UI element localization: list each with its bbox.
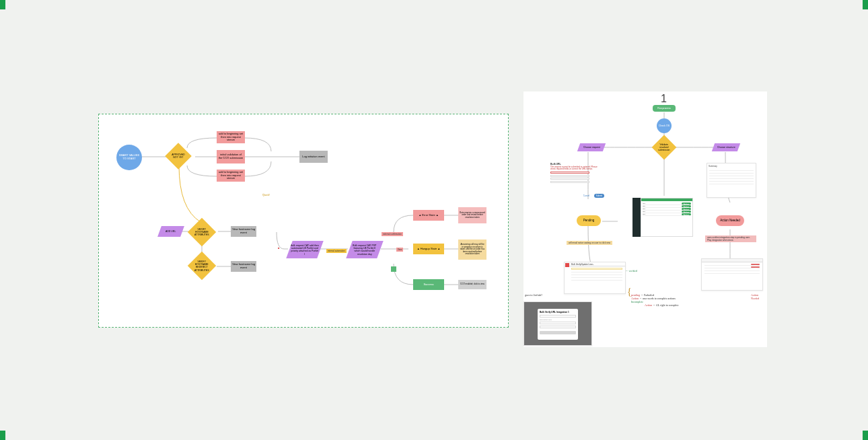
- hand-inc-label: Incomplete: [631, 300, 643, 303]
- start-node[interactable]: SMART VALUES TO START: [116, 145, 142, 170]
- form-screenshot-left: Bulk URL The request cannot be submitted…: [550, 163, 611, 202]
- pink-inline-note: user-confirm integration step is pending…: [705, 235, 756, 242]
- warn-icon: ■: [278, 246, 279, 250]
- hand-goes-to: goes to 2nd tab?: [525, 293, 542, 297]
- page-accent-tr: [863, 0, 868, 9]
- state-error[interactable]: ▲ Error State ▲: [413, 210, 444, 221]
- table-screenshot-lowerleft: Bulk Verify/Update Lines ← verified: [564, 262, 626, 294]
- state-action-needed[interactable]: Action Needed: [716, 215, 744, 226]
- small-green-box: [391, 266, 396, 272]
- form-field-3: [550, 178, 589, 180]
- table-screenshot-center: rowActive rowActive rowActive rowActive …: [641, 198, 693, 237]
- state-hangup[interactable]: ▲ Hangup State ▲: [413, 244, 444, 254]
- form-field-1: [550, 172, 589, 174]
- flowchart-right[interactable]: 1 Run process Check OS Choose request Va…: [523, 91, 767, 347]
- edge-label-quick: Quick!: [262, 193, 270, 196]
- note-hangup: Answering call may still be in progress …: [458, 240, 486, 260]
- io-choose-left[interactable]: Choose request: [577, 143, 606, 151]
- form-title: Bulk URL: [550, 163, 611, 166]
- check-os[interactable]: Check OS: [657, 118, 672, 133]
- io-sendcat-1[interactable]: Bulk request CAT add then automated LB P…: [286, 241, 323, 258]
- modal-screenshot: Bulk Verify URL Integration 1 Descriptio…: [523, 301, 592, 346]
- state-pending[interactable]: Pending: [577, 215, 601, 226]
- form-field-4: [550, 181, 589, 183]
- page-accent-bl: [0, 431, 5, 440]
- process-pink-1[interactable]: add to beginning set then into request s…: [217, 131, 245, 143]
- hand-action-def: → user needs to complete actions: [639, 297, 676, 300]
- form-cancel-link: Cancel: [583, 194, 589, 197]
- page-accent-tl: [0, 0, 5, 9]
- yellow-inline-note: will email notice waiting on user to cli…: [567, 241, 612, 245]
- start-label: SMART VALUES TO START: [118, 154, 141, 161]
- hand-action2-label: Action: [645, 303, 652, 307]
- form-field-2: [550, 175, 589, 177]
- small-label-view: View: [396, 248, 403, 252]
- decision-redirect[interactable]: VERIFY HOSTNAME REDIRECT ATTRIBUTES: [188, 252, 216, 280]
- small-label-int: internal automation: [326, 249, 347, 253]
- table-screenshot-lowerright: Action Action: [701, 258, 763, 291]
- process-pink-3[interactable]: add to beginning set then into request s…: [217, 170, 245, 182]
- decision-hostname[interactable]: VERIFY HOSTNAME ATTRIBUTES: [188, 218, 216, 246]
- decision-validate[interactable]: Validate resolved submission: [652, 135, 677, 160]
- process-grey-mid1[interactable]: View hostname log event: [231, 226, 256, 237]
- note-error: Data requires a reprocessed order and re…: [458, 207, 486, 223]
- run-process[interactable]: Run process: [653, 105, 676, 112]
- form-error-text: The request cannot be submitted as enter…: [550, 166, 598, 171]
- hand-bracket: {: [627, 287, 632, 297]
- process-grey-mid2[interactable]: View hostname log event: [231, 261, 256, 272]
- note-success: CCO enabled; click to view: [458, 280, 486, 289]
- io-add-url[interactable]: ADD URL: [157, 226, 184, 237]
- table-sidebar: [632, 198, 641, 237]
- form-submit-btn: Submit: [594, 194, 604, 198]
- page-accent-br: [863, 431, 868, 440]
- io-sendcat-2[interactable]: Bulk request CAT PVP featuring LB Portle…: [346, 241, 383, 258]
- decision-approved[interactable]: APPROVED NOT YET: [165, 143, 192, 170]
- list-screenshot-right: Summary: [707, 163, 756, 198]
- modal-title: Bulk Verify URL Integration 1: [540, 311, 576, 314]
- hand-actionneeded: Action Needed: [751, 293, 767, 300]
- io-choose-right[interactable]: Choose structure: [712, 143, 740, 151]
- process-grey-top[interactable]: Log initiation event: [299, 151, 328, 163]
- hand-action2-def: → GL right to complete: [653, 303, 679, 307]
- decision-approved-label: APPROVED NOT YET: [170, 153, 186, 159]
- process-pink-2[interactable]: initial validation of the CCO submission: [217, 150, 245, 163]
- section-number: 1: [661, 93, 667, 105]
- hand-legend: { pending → Parboiled Action → user need…: [631, 283, 705, 307]
- small-label-ext: external confirmation: [382, 232, 403, 236]
- flowchart-left[interactable]: SMART VALUES TO START APPROVED NOT YET a…: [98, 114, 509, 328]
- state-success[interactable]: Success: [413, 279, 444, 290]
